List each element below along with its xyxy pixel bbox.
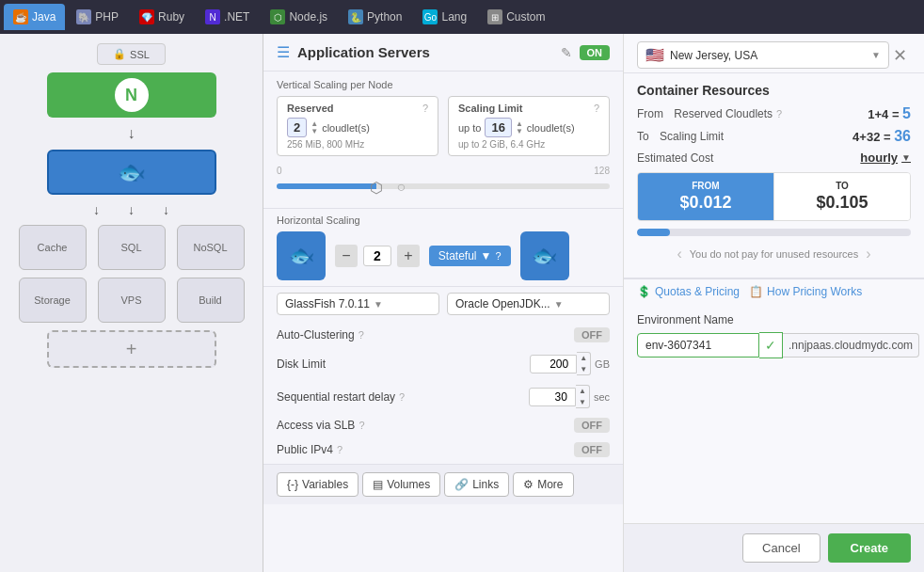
right-spacer <box>624 368 924 523</box>
net-icon: N <box>205 9 220 24</box>
prev-arrow[interactable]: ‹ <box>677 246 681 262</box>
jdk-select[interactable]: Oracle OpenJDK... ▼ <box>447 293 610 315</box>
arrow-down-1: ↓ <box>128 125 135 142</box>
region-select[interactable]: 🇺🇸 New Jersey, USA ▼ <box>637 41 889 69</box>
access-slb-help-icon[interactable]: ? <box>358 420 364 431</box>
build-node[interactable]: Build <box>177 278 245 323</box>
auto-clustering-toggle[interactable]: OFF <box>574 327 610 342</box>
increment-button[interactable]: + <box>397 245 420 267</box>
book-icon: 📋 <box>749 285 763 298</box>
next-arrow[interactable]: › <box>866 246 870 262</box>
disk-limit-input[interactable] <box>530 355 577 373</box>
tab-net[interactable]: N .NET <box>196 4 259 30</box>
public-ipv4-help-icon[interactable]: ? <box>337 444 343 455</box>
restart-delay-help-icon[interactable]: ? <box>399 391 405 403</box>
tab-java-label: Java <box>32 10 56 24</box>
sql-node[interactable]: SQL <box>98 225 166 270</box>
reserved-cloudlets-help-icon[interactable]: ? <box>776 108 782 119</box>
tab-net-label: .NET <box>224 10 249 24</box>
vps-label: VPS <box>120 294 141 306</box>
tab-java[interactable]: ☕ Java <box>4 4 65 30</box>
access-slb-toggle[interactable]: OFF <box>574 418 610 433</box>
selected-node[interactable]: 🐟 <box>47 150 216 195</box>
horiz-fish-right[interactable]: 🐟 <box>520 231 569 280</box>
scaling-limit-stepper[interactable]: ▲ ▼ <box>516 120 523 135</box>
scaling-boxes: Reserved ? 2 ▲ ▼ cloudlet(s) 256 MiB, 8 <box>277 96 610 156</box>
reserved-stepper[interactable]: ▲ ▼ <box>311 120 318 135</box>
storage-node[interactable]: Storage <box>19 278 87 323</box>
disk-down-arrow[interactable]: ▼ <box>577 364 590 375</box>
horizontal-scaling-section: Horizontal Scaling 🐟 − 2 + Stateful ▼ ? … <box>263 208 623 286</box>
env-name-input[interactable] <box>637 333 759 358</box>
tab-custom[interactable]: ⊞ Custom <box>478 4 554 30</box>
tab-nodejs[interactable]: ⬡ Node.js <box>261 4 337 30</box>
disk-limit-stepper[interactable]: ▲ ▼ <box>577 352 591 375</box>
estimated-cost-value[interactable]: hourly ▼ <box>860 151 911 165</box>
reserved-help-icon[interactable]: ? <box>422 103 428 114</box>
disk-up-arrow[interactable]: ▲ <box>577 353 590 364</box>
sql-label: SQL <box>120 242 141 253</box>
usage-fill <box>637 229 670 236</box>
env-name-label: Environment Name <box>637 313 911 326</box>
more-button[interactable]: ⚙ More <box>513 472 573 497</box>
ssl-badge[interactable]: 🔒 SSL <box>97 43 166 65</box>
arrows-row: ↓ ↓ ↓ <box>93 202 169 217</box>
restart-delay-input[interactable] <box>529 388 576 406</box>
disk-limit-value: ▲ ▼ GB <box>530 352 610 375</box>
glassfish-arrow: ▼ <box>374 299 383 310</box>
decrement-button[interactable]: − <box>335 245 358 267</box>
app-server-header: ☰ Application Servers ✎ ON <box>263 34 623 72</box>
variables-button[interactable]: {-} Variables <box>277 472 358 497</box>
jdk-label: Oracle OpenJDK... <box>455 297 550 310</box>
action-bar: Cancel Create <box>624 523 924 572</box>
bottom-buttons: {-} Variables ▤ Volumes 🔗 Links ⚙ More <box>263 464 623 504</box>
nosql-label: NoSQL <box>193 242 227 253</box>
tab-python[interactable]: 🐍 Python <box>339 4 411 30</box>
close-button[interactable]: ✕ <box>889 45 911 66</box>
slider-track[interactable]: ⬡ ○ <box>277 183 610 189</box>
scaling-slider[interactable]: 0 128 ⬡ ○ <box>277 162 610 200</box>
restart-delay-stepper[interactable]: ▲ ▼ <box>576 385 590 408</box>
horiz-fish-left[interactable]: 🐟 <box>277 231 326 280</box>
tab-php[interactable]: 🐘 PHP <box>67 4 128 30</box>
glassfish-select[interactable]: GlassFish 7.0.11 ▼ <box>277 293 439 315</box>
env-name-section: Environment Name ✓ .nnjpaas.cloudmydc.co… <box>624 304 924 368</box>
stateful-dropdown[interactable]: Stateful ▼ ? <box>429 246 511 266</box>
restart-down-arrow[interactable]: ▼ <box>576 397 589 408</box>
volumes-button[interactable]: ▤ Volumes <box>362 472 440 497</box>
app-server-toggle[interactable]: ON <box>580 45 611 60</box>
auto-clustering-label: Auto-Clustering ? <box>277 328 364 342</box>
cancel-button[interactable]: Cancel <box>742 533 820 563</box>
tab-ruby-label: Ruby <box>158 10 184 24</box>
public-ipv4-toggle[interactable]: OFF <box>574 442 610 457</box>
scaling-limit-input: up to 16 ▲ ▼ cloudlet(s) <box>458 118 599 137</box>
cache-node[interactable]: Cache <box>19 225 87 270</box>
quotas-pricing-link[interactable]: 💲 Quotas & Pricing <box>637 285 740 298</box>
estimated-cost-row: Estimated Cost hourly ▼ <box>637 151 911 165</box>
public-ipv4-label: Public IPv4 ? <box>277 443 343 456</box>
more-label: More <box>537 478 563 491</box>
create-button[interactable]: Create <box>828 533 911 563</box>
scaling-limit-help-icon[interactable]: ? <box>594 103 599 114</box>
tab-go[interactable]: Go Lang <box>413 4 476 30</box>
how-pricing-works-link[interactable]: 📋 How Pricing Works <box>749 285 862 298</box>
add-node-button[interactable]: + <box>47 330 216 368</box>
fish-icon-main: 🐟 <box>118 159 146 185</box>
auto-clustering-value: OFF <box>574 327 610 342</box>
vps-node[interactable]: VPS <box>98 278 166 323</box>
nosql-node[interactable]: NoSQL <box>177 225 245 270</box>
public-ipv4-row: Public IPv4 ? OFF <box>277 439 610 460</box>
edit-icon[interactable]: ✎ <box>561 45 572 60</box>
price-cards: FROM $0.012 TO $0.105 <box>637 172 911 221</box>
nginx-logo: N <box>115 78 149 112</box>
disk-limit-row: Disk Limit ▲ ▼ GB <box>277 349 610 378</box>
nginx-node[interactable]: N <box>47 72 216 118</box>
auto-clustering-help-icon[interactable]: ? <box>358 329 364 341</box>
stateful-help-icon[interactable]: ? <box>495 250 501 262</box>
restart-up-arrow[interactable]: ▲ <box>576 386 589 397</box>
tab-ruby[interactable]: 💎 Ruby <box>130 4 194 30</box>
how-pricing-works-label: How Pricing Works <box>767 285 862 298</box>
go-icon: Go <box>422 9 438 24</box>
links-button[interactable]: 🔗 Links <box>444 472 509 497</box>
left-panel: 🔒 SSL N ↓ 🐟 ↓ ↓ ↓ Cache SQL NoSQL <box>0 34 263 572</box>
